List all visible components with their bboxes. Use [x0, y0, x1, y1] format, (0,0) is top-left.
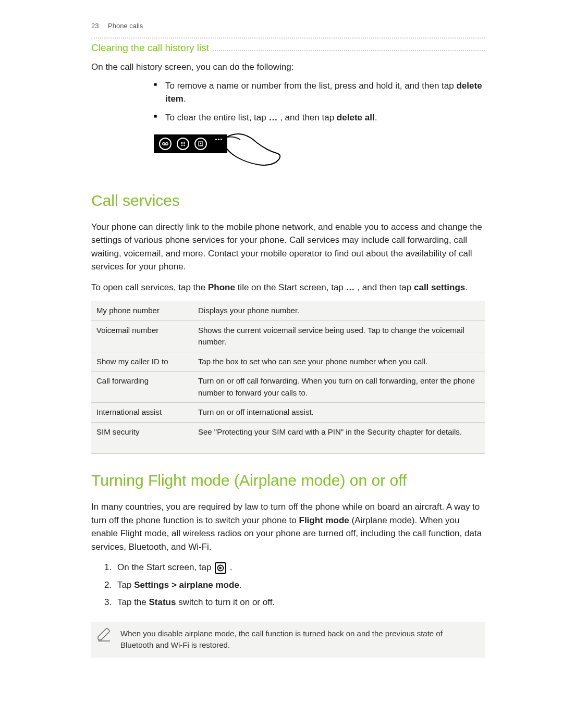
svg-point-13: [200, 143, 202, 144]
steps-list: On the Start screen, tap . Tap Settings …: [114, 561, 485, 609]
voicemail-icon: [159, 138, 172, 150]
svg-point-4: [182, 142, 183, 143]
bullet-item: To remove a name or number from the list…: [154, 79, 485, 106]
step-item: Tap Settings > airplane mode.: [114, 578, 485, 592]
page-header: 23 Phone calls: [91, 21, 485, 31]
svg-point-3: [181, 142, 182, 143]
note-box: When you disable airplane mode, the call…: [91, 622, 485, 658]
paragraph: Your phone can directly link to the mobi…: [91, 220, 485, 274]
svg-point-10: [182, 145, 183, 146]
divider-dotted: [213, 50, 485, 51]
svg-point-6: [181, 143, 182, 144]
more-icon: [215, 139, 222, 140]
table-row: Voicemail numberShows the current voicem…: [91, 320, 485, 352]
contact-icon: [194, 138, 207, 150]
pen-icon: [96, 627, 112, 646]
table-row: SIM securitySee "Protecting your SIM car…: [91, 422, 485, 454]
heading-flight-mode: Turning Flight mode (Airplane mode) on o…: [91, 468, 485, 492]
subheading-clearing: Clearing the call history list: [91, 41, 213, 56]
paragraph: To open call services, tap the Phone til…: [91, 281, 485, 294]
settings-table: My phone numberDisplays your phone numbe…: [91, 301, 485, 454]
table-row: Show my caller ID toTap the box to set w…: [91, 352, 485, 372]
figure-tap-menu: [154, 134, 485, 173]
phone-toolbar: [154, 134, 227, 153]
step-item: On the Start screen, tap .: [114, 561, 485, 574]
note-text: When you disable airplane mode, the call…: [120, 629, 443, 650]
paragraph: In many countries, you are required by l…: [91, 500, 485, 553]
page-section: Phone calls: [108, 22, 143, 30]
table-row: My phone numberDisplays your phone numbe…: [91, 301, 485, 320]
bullet-item: To clear the entire list, tap … , and th…: [154, 111, 485, 125]
heading-call-services: Call services: [91, 189, 485, 212]
arrow-tile-icon: [215, 562, 226, 574]
page-number: 23: [91, 22, 99, 30]
svg-point-5: [184, 142, 185, 143]
intro-text: On the call history screen, you can do t…: [91, 60, 485, 74]
svg-point-7: [182, 143, 183, 144]
dialpad-icon: [177, 138, 189, 150]
divider-dotted: [91, 38, 485, 39]
bullet-list: To remove a name or number from the list…: [154, 79, 485, 125]
subheading-row: Clearing the call history list: [91, 41, 485, 56]
svg-point-8: [184, 143, 185, 144]
hand-pointer-icon: [221, 132, 283, 173]
svg-point-11: [184, 145, 185, 146]
svg-point-9: [181, 145, 182, 146]
step-item: Tap the Status switch to turn it on or o…: [114, 596, 485, 609]
table-row: International assistTurn on or off inter…: [91, 403, 485, 423]
table-row: Call forwardingTurn on or off call forwa…: [91, 372, 485, 403]
